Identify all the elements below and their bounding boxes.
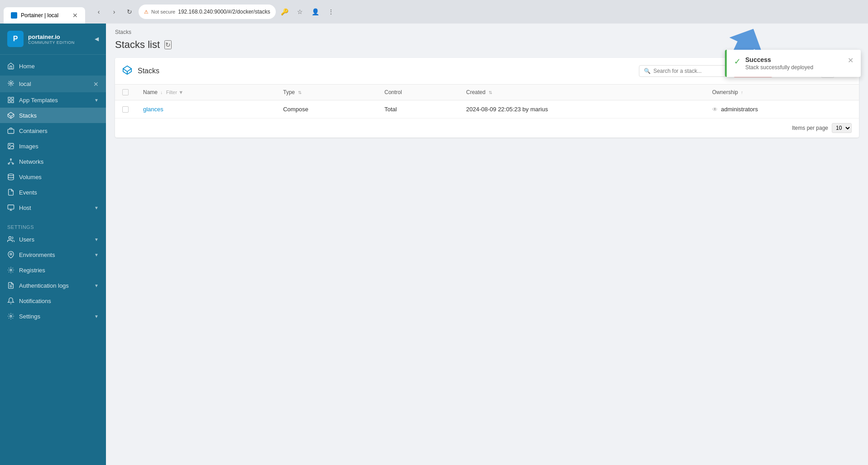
- volumes-icon: [7, 173, 14, 180]
- svg-point-9: [10, 145, 10, 146]
- back-button[interactable]: ‹: [92, 5, 105, 18]
- browser-actions: 🔑 ☆ 👤 ⋮: [278, 5, 337, 18]
- auth-logs-chevron-icon: ▼: [94, 283, 99, 288]
- forward-button[interactable]: ›: [108, 5, 120, 18]
- extension-button[interactable]: ⋮: [325, 5, 337, 18]
- reload-button[interactable]: ↻: [123, 5, 136, 18]
- sidebar-item-app-templates[interactable]: App Templates ▼: [0, 92, 106, 108]
- control-label: Control: [384, 89, 402, 95]
- sidebar-item-host[interactable]: Host ▼: [0, 200, 106, 215]
- sidebar-item-events[interactable]: Events: [0, 185, 106, 200]
- logo-icon: P: [7, 31, 24, 47]
- sidebar-item-images[interactable]: Images: [0, 138, 106, 154]
- sidebar-item-notifications[interactable]: Notifications: [0, 293, 106, 308]
- page-title: Stacks list: [115, 39, 160, 51]
- sidebar-item-containers[interactable]: Containers: [0, 123, 106, 138]
- profile-button[interactable]: 👤: [309, 5, 322, 18]
- bookmark-button[interactable]: ☆: [294, 5, 307, 18]
- sidebar-item-users[interactable]: Users ▼: [0, 232, 106, 247]
- tab-close-button[interactable]: ✕: [72, 12, 78, 19]
- sidebar-item-label-containers: Containers: [19, 128, 48, 134]
- main-content: Stacks Stacks list ↻ Stacks 🔍 🗑 Re: [106, 24, 868, 465]
- sidebar-nav: Home local ✕ App Templates ▼: [0, 55, 106, 465]
- host-icon: [7, 204, 14, 211]
- svg-point-22: [10, 315, 12, 317]
- svg-rect-3: [11, 100, 14, 103]
- row-checkbox-cell: [115, 100, 136, 119]
- stacks-nav-icon: [7, 112, 14, 119]
- images-icon: [7, 142, 14, 150]
- sidebar-item-auth-logs[interactable]: Authentication logs ▼: [0, 278, 106, 293]
- sidebar-item-home[interactable]: Home: [0, 58, 106, 74]
- svg-point-0: [10, 82, 12, 84]
- sidebar-item-label-environments: Environments: [19, 251, 55, 258]
- networks-icon: [7, 158, 14, 165]
- sidebar-item-stacks[interactable]: Stacks: [0, 108, 106, 123]
- tab-title: Portainer | local: [21, 12, 58, 19]
- sidebar-collapse-button[interactable]: ◀: [95, 36, 99, 42]
- sidebar-item-label-app-templates: App Templates: [19, 97, 58, 104]
- events-icon: [7, 189, 14, 196]
- url-text: 192.168.0.240:9000/#/2/docker/stacks: [178, 9, 270, 15]
- sidebar-item-environments[interactable]: Environments ▼: [0, 247, 106, 262]
- env-close-button[interactable]: ✕: [93, 81, 99, 88]
- per-page-select[interactable]: 10: [832, 123, 852, 133]
- name-sort-icon: ↓: [160, 90, 163, 95]
- row-type-cell: Compose: [276, 100, 377, 119]
- name-label: Name: [143, 89, 158, 95]
- insecure-label: Not secure: [151, 9, 175, 14]
- stack-name-link[interactable]: glances: [143, 106, 163, 113]
- type-label: Type: [283, 89, 295, 95]
- sidebar-item-label-registries: Registries: [19, 267, 45, 274]
- select-all-checkbox[interactable]: [122, 89, 129, 95]
- svg-point-11: [8, 163, 10, 164]
- stacks-panel-title: Stacks: [138, 67, 159, 75]
- svg-point-10: [10, 159, 12, 160]
- ownership-icon: 👁: [712, 106, 718, 113]
- row-created-cell: 2024-08-09 22:05:23 by marius: [459, 100, 705, 119]
- logo-edition: COMMUNITY EDITION: [28, 40, 75, 45]
- app-templates-icon: [7, 96, 14, 104]
- toast-title: Success: [745, 56, 843, 63]
- users-chevron-icon: ▼: [94, 237, 99, 242]
- name-col-header: Name ↓ Filter ▼: [136, 85, 276, 100]
- toast-close-button[interactable]: ✕: [848, 56, 854, 65]
- browser-controls: ‹ › ↻ ⚠ Not secure 192.168.0.240:9000/#/…: [89, 5, 341, 19]
- search-box[interactable]: 🔍: [639, 65, 729, 77]
- table-row: glances Compose Total 2024-08-09 22:05:2…: [115, 100, 859, 119]
- sidebar-item-label-auth-logs: Authentication logs: [19, 282, 69, 289]
- settings-icon: [7, 313, 14, 320]
- svg-point-17: [9, 237, 11, 239]
- env-section: local ✕ App Templates ▼ Stacks: [0, 74, 106, 217]
- env-name: local: [19, 81, 31, 87]
- sidebar-item-label-users: Users: [19, 236, 34, 243]
- password-manager-button[interactable]: 🔑: [278, 5, 291, 18]
- registries-icon: [7, 266, 14, 274]
- browser-tab-portainer[interactable]: Portainer | local ✕: [4, 7, 85, 24]
- tab-favicon: [11, 12, 17, 19]
- address-bar[interactable]: ⚠ Not secure 192.168.0.240:9000/#/2/dock…: [139, 5, 276, 19]
- sidebar-item-label-home: Home: [19, 63, 35, 70]
- search-input[interactable]: [653, 68, 724, 74]
- notifications-icon: [7, 297, 14, 304]
- ownership-col-header: Ownership ↑: [705, 85, 859, 100]
- sidebar-item-networks[interactable]: Networks: [0, 154, 106, 169]
- env-header-local[interactable]: local ✕: [0, 76, 106, 92]
- sidebar-item-registries[interactable]: Registries: [0, 262, 106, 278]
- svg-rect-1: [8, 97, 10, 100]
- created-label: Created: [466, 89, 486, 95]
- svg-point-13: [8, 174, 14, 176]
- select-all-col: [115, 85, 136, 100]
- sidebar-item-settings[interactable]: Settings ▼: [0, 308, 106, 324]
- sidebar-item-label-volumes: Volumes: [19, 174, 42, 180]
- insecure-icon: ⚠: [144, 9, 149, 15]
- svg-rect-7: [8, 129, 14, 133]
- row-checkbox[interactable]: [122, 106, 129, 113]
- row-ownership-cell: 👁 administrators: [705, 100, 859, 119]
- containers-icon: [7, 127, 14, 134]
- logo-text: portainer.io COMMUNITY EDITION: [28, 33, 75, 45]
- sidebar-item-volumes[interactable]: Volumes: [0, 169, 106, 185]
- created-sort-icon: ⇅: [489, 90, 492, 95]
- refresh-button[interactable]: ↻: [164, 40, 172, 49]
- name-filter-button[interactable]: Filter ▼: [166, 90, 183, 95]
